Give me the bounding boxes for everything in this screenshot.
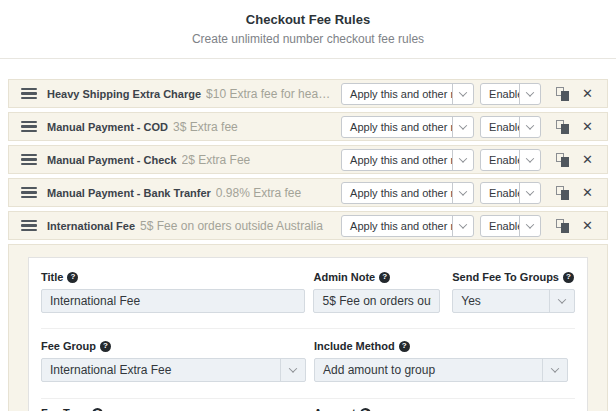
apply-rule-value: Apply this and other rules	[342, 183, 452, 203]
rule-note: 0.98% Extra fee	[216, 186, 333, 200]
fee-group-value: International Extra Fee	[42, 359, 280, 381]
amount-label: Amount ?	[314, 407, 568, 411]
status-select[interactable]: Enable	[480, 83, 541, 105]
apply-rule-value: Apply this and other rules	[342, 117, 452, 137]
apply-rule-value: Apply this and other rules	[342, 150, 452, 170]
help-icon[interactable]: ?	[399, 341, 410, 352]
chevron-down-icon	[280, 359, 305, 381]
status-select[interactable]: Enable	[480, 116, 541, 138]
fee-type-label: Fee Type ?	[41, 407, 306, 411]
fee-group-select[interactable]: International Extra Fee	[41, 358, 306, 382]
apply-rule-select[interactable]: Apply this and other rules	[341, 182, 474, 204]
rule-row-cod[interactable]: Manual Payment - COD 3$ Extra fee Apply …	[8, 112, 608, 141]
header-divider	[0, 58, 616, 59]
rule-row-check[interactable]: Manual Payment - Check 2$ Extra Fee Appl…	[8, 145, 608, 174]
help-icon[interactable]: ?	[360, 408, 371, 411]
fee-group-label: Fee Group ?	[41, 340, 306, 352]
fee-rules-list: Heavy Shipping Extra Charge $10 Extra fe…	[8, 79, 608, 240]
apply-rule-select[interactable]: Apply this and other rules	[341, 149, 474, 171]
rule-name: Manual Payment - Bank Tranfer	[47, 187, 211, 199]
duplicate-icon[interactable]	[556, 186, 569, 200]
rule-note: 3$ Extra fee	[173, 120, 333, 134]
rule-note: 5$ Fee on orders outside Australia	[140, 219, 333, 233]
form-divider	[41, 328, 575, 329]
duplicate-icon[interactable]	[556, 153, 569, 167]
form-divider	[41, 398, 575, 399]
rule-edit-card: Title ? Admin Note ? Send Fee To Groups …	[28, 257, 588, 411]
delete-icon[interactable]: ✕	[582, 186, 593, 199]
form-row-1: Title ? Admin Note ? Send Fee To Groups …	[41, 271, 575, 313]
drag-handle-icon[interactable]	[21, 220, 37, 232]
apply-rule-select[interactable]: Apply this and other rules	[341, 116, 474, 138]
chevron-down-icon	[452, 117, 473, 137]
status-value: Enable	[481, 183, 519, 203]
rule-row-heavy-shipping[interactable]: Heavy Shipping Extra Charge $10 Extra fe…	[8, 79, 608, 108]
title-label: Title ?	[41, 271, 305, 283]
status-value: Enable	[481, 84, 519, 104]
delete-icon[interactable]: ✕	[582, 153, 593, 166]
drag-handle-icon[interactable]	[21, 121, 37, 133]
chevron-down-icon	[549, 290, 574, 312]
chevron-down-icon	[542, 359, 567, 381]
chevron-down-icon	[452, 150, 473, 170]
form-row-2: Fee Group ? International Extra Fee Incl…	[41, 340, 575, 382]
status-value: Enable	[481, 150, 519, 170]
rule-name: Manual Payment - COD	[47, 121, 168, 133]
rule-row-bank-transfer[interactable]: Manual Payment - Bank Tranfer 0.98% Extr…	[8, 178, 608, 207]
include-method-value: Add amount to group	[315, 359, 542, 381]
chevron-down-icon	[519, 117, 540, 137]
rule-row-international[interactable]: International Fee 5$ Fee on orders outsi…	[8, 211, 608, 240]
status-select[interactable]: Enable	[480, 182, 541, 204]
duplicate-icon[interactable]	[556, 87, 569, 101]
page-header: Checkout Fee Rules Create unlimited numb…	[0, 0, 616, 46]
form-row-3: Fee Type ? Amount ?	[41, 407, 575, 411]
drag-handle-icon[interactable]	[21, 88, 37, 100]
apply-rule-select[interactable]: Apply this and other rules	[341, 83, 474, 105]
send-fee-to-groups-select[interactable]: Yes	[452, 289, 575, 313]
rule-name: International Fee	[47, 220, 135, 232]
chevron-down-icon	[519, 183, 540, 203]
rule-note: 2$ Extra Fee	[182, 153, 334, 167]
help-icon[interactable]: ?	[67, 272, 78, 283]
rule-edit-panel: Title ? Admin Note ? Send Fee To Groups …	[8, 244, 608, 411]
duplicate-icon[interactable]	[556, 219, 569, 233]
admin-note-input[interactable]	[313, 289, 440, 313]
chevron-down-icon	[519, 216, 540, 236]
rule-name: Heavy Shipping Extra Charge	[47, 88, 201, 100]
delete-icon[interactable]: ✕	[582, 120, 593, 133]
apply-rule-value: Apply this and other rules	[342, 84, 452, 104]
send-fee-value: Yes	[453, 290, 549, 312]
help-icon[interactable]: ?	[92, 408, 103, 411]
duplicate-icon[interactable]	[556, 120, 569, 134]
drag-handle-icon[interactable]	[21, 187, 37, 199]
drag-handle-icon[interactable]	[21, 154, 37, 166]
page-title: Checkout Fee Rules	[0, 13, 616, 27]
status-select[interactable]: Enable	[480, 149, 541, 171]
help-icon[interactable]: ?	[563, 272, 574, 283]
chevron-down-icon	[452, 216, 473, 236]
rule-note: $10 Extra fee for heavy products	[206, 87, 333, 101]
chevron-down-icon	[452, 183, 473, 203]
status-select[interactable]: Enable	[480, 215, 541, 237]
apply-rule-select[interactable]: Apply this and other rules	[341, 215, 474, 237]
chevron-down-icon	[452, 84, 473, 104]
chevron-down-icon	[519, 150, 540, 170]
delete-icon[interactable]: ✕	[582, 219, 593, 232]
send-fee-to-groups-label: Send Fee To Groups ?	[452, 271, 575, 283]
status-value: Enable	[481, 117, 519, 137]
page-subtitle: Create unlimited number checkout fee rul…	[0, 32, 616, 46]
title-input[interactable]	[41, 289, 305, 313]
apply-rule-value: Apply this and other rules	[342, 216, 452, 236]
status-value: Enable	[481, 216, 519, 236]
help-icon[interactable]: ?	[100, 341, 111, 352]
chevron-down-icon	[519, 84, 540, 104]
include-method-label: Include Method ?	[314, 340, 568, 352]
admin-note-label: Admin Note ?	[313, 271, 440, 283]
delete-icon[interactable]: ✕	[582, 87, 593, 100]
rule-name: Manual Payment - Check	[47, 154, 177, 166]
help-icon[interactable]: ?	[379, 272, 390, 283]
include-method-select[interactable]: Add amount to group	[314, 358, 568, 382]
